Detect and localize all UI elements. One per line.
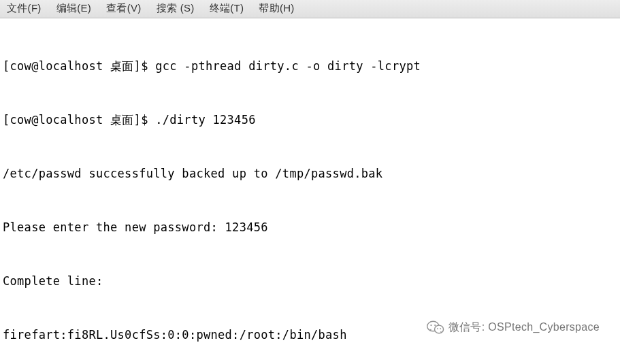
terminal-line: firefart:fi8RL.Us0cfSs:0:0:pwned:/root:/… xyxy=(3,326,617,344)
menu-file[interactable]: 文件(F) xyxy=(4,1,44,16)
menu-help[interactable]: 帮助(H) xyxy=(256,1,297,16)
terminal-line: [cow@localhost 桌面]$ ./dirty 123456 xyxy=(3,111,617,129)
terminal-line: /etc/passwd successfully backed up to /t… xyxy=(3,165,617,182)
terminal-line: Complete line: xyxy=(3,272,617,290)
menu-edit[interactable]: 编辑(E) xyxy=(54,1,95,16)
menu-bar: 文件(F) 编辑(E) 查看(V) 搜索 (S) 终端(T) 帮助(H) xyxy=(0,0,620,18)
menu-terminal[interactable]: 终端(T) xyxy=(207,1,247,16)
terminal-output[interactable]: [cow@localhost 桌面]$ gcc -pthread dirty.c… xyxy=(0,18,620,364)
menu-view[interactable]: 查看(V) xyxy=(103,1,144,16)
terminal-line: [cow@localhost 桌面]$ gcc -pthread dirty.c… xyxy=(3,57,617,75)
menu-search[interactable]: 搜索 (S) xyxy=(154,1,197,16)
terminal-line: Please enter the new password: 123456 xyxy=(3,218,617,236)
